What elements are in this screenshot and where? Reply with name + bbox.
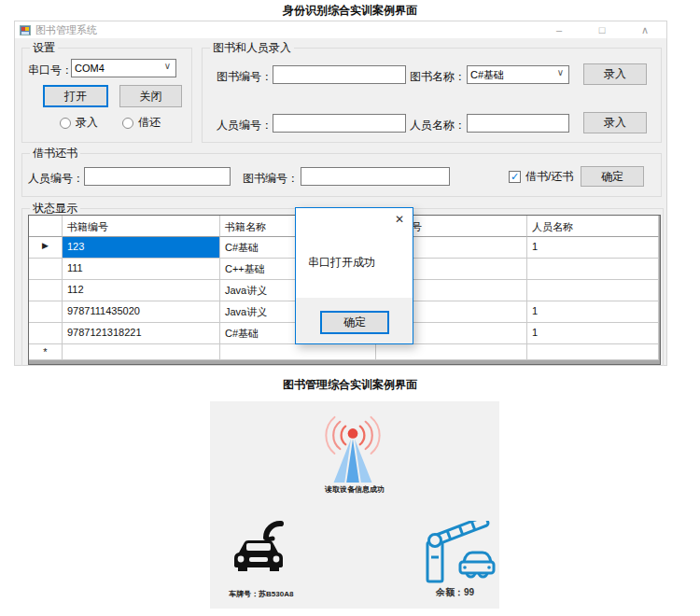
borrow-person-id-input[interactable] [84,167,231,186]
borrow-return-checkbox[interactable]: ✓ 借书/还书 [509,169,573,185]
person-name-input[interactable] [467,114,569,133]
cell-person-name[interactable] [527,280,659,301]
page-title-bottom: 图书管理综合实训案例界面 [0,377,700,393]
borrow-confirm-button[interactable]: 确定 [581,166,644,187]
title-bar[interactable]: 图书管理系统 – □ ∧ [15,21,666,38]
cell-person-name[interactable]: 1 [527,237,659,259]
app-icon [20,25,31,35]
row-selector[interactable] [29,301,63,323]
book-id-label: 图书编号： [217,69,273,85]
borrow-person-id-label: 人员编号： [28,171,84,187]
car-reader-icon [229,513,294,581]
cell-person-name[interactable]: 1 [527,301,659,323]
cell-book-id[interactable] [63,344,220,360]
person-id-label: 人员编号： [217,118,273,133]
cell-book-id[interactable]: 111 [63,259,220,280]
row-selector[interactable] [29,280,63,301]
plate-caption: 车牌号：苏B530A8 [229,589,293,599]
checkbox-check-icon: ✓ [509,171,521,183]
cell-book-name[interactable] [220,344,376,360]
status-group-label: 状态显示 [30,202,80,215]
antenna-caption: 读取设备信息成功 [210,484,499,495]
book-id-input[interactable] [273,65,406,84]
window-title: 图书管理系统 [35,23,545,37]
radio-borrow-mode[interactable]: 借还 [122,115,161,131]
message-dialog: ✕ 串口打开成功 确定 [295,207,413,344]
cell-person-name[interactable] [527,259,659,280]
serial-port-value: COM4 [75,63,105,74]
serial-port-label: 串口号： [28,63,73,78]
chevron-down-icon: ∨ [164,61,171,71]
radio-entry-mode[interactable]: 录入 [60,115,98,131]
dialog-close-icon[interactable]: ✕ [395,213,404,226]
close-button[interactable]: ∧ [631,21,659,38]
cell-book-id[interactable]: 112 [63,280,220,301]
entry-group-label: 图书和人员录入 [210,41,294,54]
cell-person-name[interactable]: 1 [527,323,659,344]
chevron-down-icon: ∨ [557,67,564,77]
borrow-book-id-input[interactable] [301,167,450,186]
cell-person-id[interactable] [376,344,527,360]
radio-circle-icon [60,118,71,129]
screen: 身份识别综合实训案例界面 图书管理系统 – □ ∧ 设置 串口号： COM4 ∨… [0,0,700,616]
book-name-label: 图书名称： [410,69,466,85]
row-selector[interactable] [29,259,63,280]
borrow-group-label: 借书还书 [30,147,80,160]
settings-group: 设置 串口号： COM4 ∨ 打开 关闭 录入 借还 [21,48,192,143]
person-name-label: 人员名称： [410,118,466,133]
row-selector[interactable] [29,323,63,344]
cell-book-id[interactable]: 9787111435020 [63,301,220,323]
book-name-select[interactable]: C#基础 ∨ [467,65,569,84]
person-id-input[interactable] [273,114,406,133]
page-title-top: 身份识别综合实训案例界面 [0,3,700,19]
column-header[interactable]: 书籍编号 [63,216,220,237]
cell-book-id[interactable]: 9787121318221 [63,323,220,344]
column-header[interactable]: 人员名称 [527,216,659,237]
table-new-row[interactable]: * [29,344,660,360]
open-port-button[interactable]: 打开 [43,85,108,107]
radio-circle-icon [122,118,133,129]
close-port-button[interactable]: 关闭 [119,85,182,107]
balance-caption: 余额：99 [436,586,474,599]
new-row-icon: * [29,344,63,360]
radio-borrow-label: 借还 [138,115,161,131]
dialog-ok-button[interactable]: 确定 [320,311,389,334]
maximize-button[interactable]: □ [588,21,616,38]
dialog-message: 串口打开成功 [308,255,375,271]
serial-port-select[interactable]: COM4 ∨ [71,59,176,77]
borrow-book-id-label: 图书编号： [243,171,299,187]
borrow-return-checkbox-label: 借书/还书 [525,169,573,185]
cell-book-id[interactable]: 123 [63,237,220,259]
cell-person-name[interactable] [527,344,659,360]
minimize-button[interactable]: – [545,21,573,38]
book-name-value: C#基础 [470,68,504,82]
settings-group-label: 设置 [30,41,58,54]
book-submit-button[interactable]: 录入 [583,63,647,85]
parking-panel: 读取设备信息成功 车牌号：苏B530A8 [210,401,499,609]
row-header [29,216,63,237]
person-submit-button[interactable]: 录入 [583,112,647,133]
antenna-icon [317,413,388,486]
barrier-gate-icon [421,521,496,584]
radio-entry-label: 录入 [76,115,98,131]
entry-group: 图书和人员录入 图书编号： 图书名称： C#基础 ∨ 录入 人员编号： 人员名称… [202,48,662,143]
borrow-group: 借书还书 人员编号： 图书编号： ✓ 借书/还书 确定 [21,153,662,197]
row-selector[interactable]: ▶ [29,237,63,259]
